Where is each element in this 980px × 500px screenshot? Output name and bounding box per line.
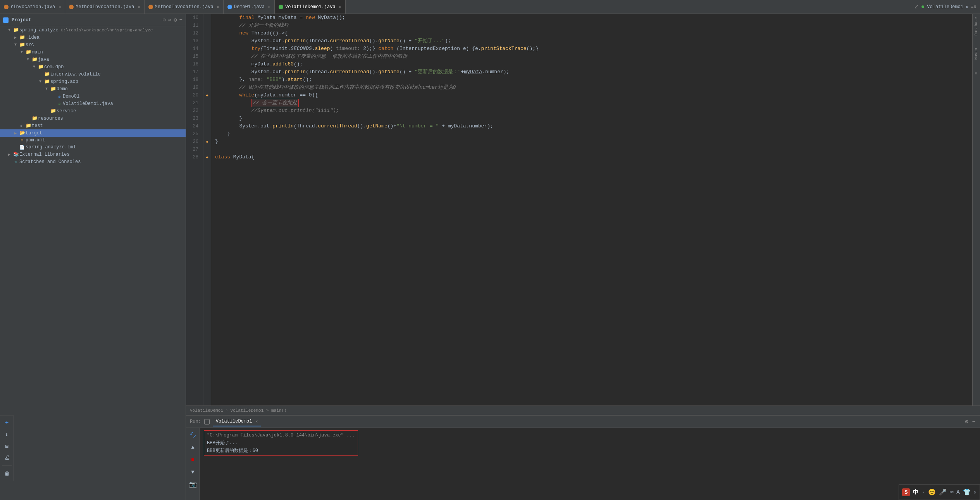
bottom-panel: Run: VolatileDemo1 ✕ ⚙ − (186, 415, 980, 500)
console-output[interactable]: "C:\Program Files\Java\jdk1.8.0_144\bin\… (200, 428, 980, 500)
run-icon (204, 419, 210, 424)
gutter-18 (203, 76, 211, 84)
arrow-icon: ▼ (43, 87, 50, 91)
code-line-12: new Thread(()->{ (215, 29, 968, 37)
code-line-21: // 会一直卡在此处 (215, 99, 968, 107)
gutter-10 (203, 14, 211, 22)
folder-icon: 📁 (12, 27, 19, 33)
delete-button[interactable]: 🗑 (2, 468, 12, 479)
code-line-19: // 因为在其他线程中修改的信息主线程的工作内存中的数据并没有改变所以此时num… (215, 84, 968, 91)
gear-icon[interactable]: ⚙ (174, 17, 177, 23)
tab-bar: rInvocation.java ✕ MethodInvocation.java… (0, 0, 980, 14)
gutter-12 (203, 29, 211, 37)
close-icon[interactable]: ✕ (339, 5, 341, 9)
tab-icon (69, 5, 74, 9)
java-icon: ☕ (56, 101, 63, 107)
tab-method-interceptor[interactable]: MethodInvocation.java ✕ (65, 0, 144, 14)
folder-icon: 📁 (31, 115, 38, 121)
minus-icon[interactable]: − (179, 17, 183, 23)
tree-label: com.dpb (44, 64, 64, 70)
tree-item-scratches[interactable]: ✏ Scratches and Consoles (0, 158, 186, 165)
tree-item-interview-volatile[interactable]: 📁 interview.volatile (0, 70, 186, 78)
tab-demo01[interactable]: Demo01.java ✕ (224, 0, 275, 14)
add-dependency-button[interactable]: + (2, 418, 12, 428)
tree-item-idea[interactable]: ▶ 📁 .idea (0, 34, 186, 41)
tree-item-target[interactable]: ▶ 📂 target (0, 129, 186, 137)
gear-icon[interactable]: ⚙ (964, 418, 969, 426)
gutter-16 (203, 60, 211, 68)
folder-icon: 📁 (25, 49, 32, 55)
tree-item-spring-aop[interactable]: ▼ 📁 spring.aop (0, 78, 186, 85)
tree-item-demo01[interactable]: ☕ Demo01 (0, 93, 186, 100)
tree-item-resources[interactable]: 📁 resources (0, 115, 186, 122)
code-line-27 (215, 146, 968, 153)
line-num-27: 27 (189, 146, 200, 153)
tree-item-spring-analyze[interactable]: ▼ 📁 spring-analyze C:\tools\workspace\hr… (0, 26, 186, 34)
ime-keyboard[interactable]: ⌨ (950, 488, 954, 496)
tab-method-invocation-1[interactable]: rInvocation.java ✕ (0, 0, 65, 14)
tree-item-test[interactable]: ▶ 📁 test (0, 122, 186, 129)
expand-icon[interactable]: ⤢ (914, 3, 919, 10)
ime-s-indicator[interactable]: S (902, 488, 910, 496)
code-line-26: } (215, 138, 968, 146)
tree-item-demo[interactable]: ▼ 📁 demo (0, 85, 186, 93)
close-icon[interactable]: ✕ (217, 5, 219, 9)
globe-icon[interactable]: ⊕ (162, 17, 165, 23)
ime-close[interactable]: ✕ (974, 490, 977, 495)
tree-item-java[interactable]: ▼ 📁 java (0, 56, 186, 63)
close-icon[interactable]: ✕ (268, 5, 270, 9)
tab-method-invocation-2[interactable]: MethodInvocation.java ✕ (145, 0, 224, 14)
folder-icon: 📁 (43, 79, 50, 84)
tree-label: spring-analyze (19, 27, 59, 33)
minimize-icon[interactable]: − (971, 418, 976, 426)
tree-item-main[interactable]: ▼ 📁 main (0, 48, 186, 56)
tree-item-external-libraries[interactable]: ▶ 📚 External Libraries (0, 151, 186, 158)
diff-button[interactable]: ⊟ (2, 441, 12, 452)
arrow-icon: ▶ (6, 152, 12, 157)
panel-icons: ⚙ − (964, 418, 976, 426)
arrow-icon: ▼ (6, 28, 12, 32)
code-content[interactable]: 10 11 12 13 14 15 16 17 18 19 20 21 22 2… (186, 14, 980, 405)
tab-icon (227, 5, 232, 9)
close-icon[interactable]: ✕ (59, 5, 61, 9)
tree-item-pom[interactable]: m pom.xml (0, 137, 186, 144)
tree-item-com-dpb[interactable]: ▼ 📁 com.dpb (0, 63, 186, 70)
gutter-17 (203, 68, 211, 76)
ime-zh-indicator[interactable]: 中 (913, 489, 918, 496)
stop-button[interactable]: ■ (188, 454, 198, 465)
vtab-database[interactable]: Database (973, 15, 979, 37)
rerun-button[interactable] (188, 430, 198, 440)
tree-label: Scratches and Consoles (19, 159, 81, 165)
gutter-19 (203, 84, 211, 91)
tree-label: java (38, 57, 49, 62)
line-num-26: 26 (189, 138, 200, 146)
folder-icon: 📁 (19, 34, 26, 40)
panel-tab-close[interactable]: ✕ (255, 419, 258, 424)
tree-item-volatile-demo1[interactable]: ☕ VolatileDemo1.java (0, 100, 186, 107)
status-icon: ● (921, 3, 925, 10)
close-icon-right[interactable]: ✕ (966, 4, 969, 10)
breadcrumb-file: VolatileDemo1 (190, 408, 223, 413)
tab-volatile-demo1[interactable]: VolatileDemo1.java ✕ (275, 0, 346, 14)
code-line-18: }, name: "BBB").start(); (215, 76, 968, 84)
ime-mic[interactable]: 🎤 (939, 488, 947, 496)
ime-smiley[interactable]: 😊 (928, 488, 936, 496)
screenshot-button[interactable]: 📷 (188, 479, 198, 490)
scroll-up-button[interactable]: ▲ (188, 442, 198, 453)
tree-container[interactable]: ▼ 📁 spring-analyze C:\tools\workspace\hr… (0, 26, 186, 500)
vtab-maven[interactable]: Maven (973, 46, 979, 61)
ime-a[interactable]: A (956, 489, 959, 495)
tree-item-src[interactable]: ▼ 📁 src (0, 41, 186, 48)
download-button[interactable]: ⬇ (2, 429, 12, 440)
vtab-m[interactable]: m (973, 70, 979, 76)
ime-shirt[interactable]: 👕 (963, 488, 971, 496)
panel-tab-volatile[interactable]: VolatileDemo1 ✕ (213, 417, 261, 426)
tree-item-iml[interactable]: 📄 spring-analyze.iml (0, 144, 186, 151)
split-icon[interactable]: ⇌ (168, 17, 171, 23)
print-button[interactable]: 🖨 (2, 452, 12, 463)
arrow-icon: ▼ (31, 65, 37, 69)
close-icon[interactable]: ✕ (138, 5, 140, 9)
scroll-down-button[interactable]: ▼ (188, 467, 198, 478)
tree-item-service[interactable]: 📁 service (0, 107, 186, 115)
gutter-13 (203, 37, 211, 45)
